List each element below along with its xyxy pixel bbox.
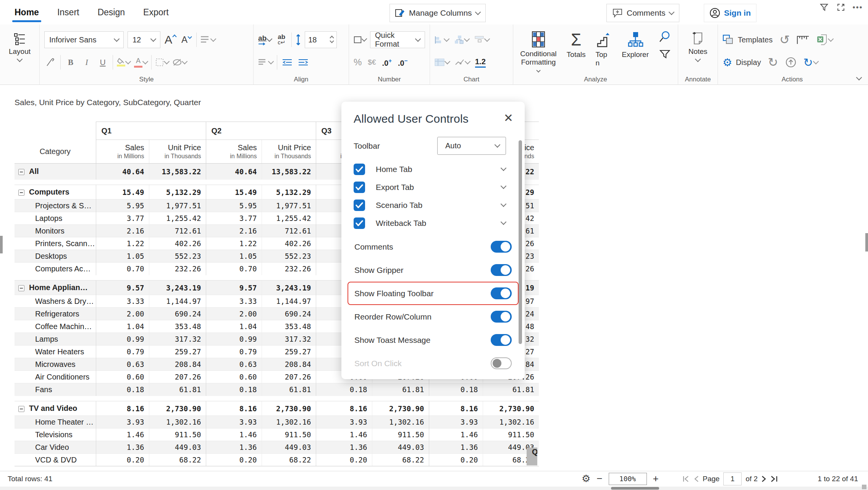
upload-icon[interactable] xyxy=(785,57,797,68)
currency-format-button[interactable]: $€ xyxy=(368,58,376,67)
cell-sales[interactable]: 2.16 xyxy=(96,225,149,237)
cell-unit-price[interactable]: 449.03 xyxy=(372,441,429,454)
left-edge-scroll-thumb[interactable] xyxy=(0,236,3,253)
cell-sales[interactable]: 2.00 xyxy=(206,308,262,320)
cell-unit-price[interactable]: 2,730.90 xyxy=(149,401,206,416)
cell-unit-price[interactable]: 232.26 xyxy=(262,263,316,275)
increase-decimal-button[interactable]: .0+ xyxy=(382,57,391,68)
toggle-switch[interactable] xyxy=(491,287,512,299)
cell-sales[interactable]: 3.93 xyxy=(206,416,262,428)
cell-unit-price[interactable]: 449.03 xyxy=(149,441,206,454)
cell-sales[interactable]: 1.36 xyxy=(96,441,149,454)
cell-unit-price[interactable]: 402.26 xyxy=(149,237,206,250)
top-n-button[interactable]: Top n xyxy=(595,29,612,67)
row-header-cell[interactable]: Projectors & S… xyxy=(15,200,96,212)
italic-button[interactable]: I xyxy=(81,55,93,70)
toggle-switch[interactable] xyxy=(491,264,512,276)
tab-export[interactable]: Export xyxy=(134,0,178,24)
cell-unit-price[interactable]: 402.26 xyxy=(262,237,316,250)
row-header-cell[interactable]: Televisions xyxy=(15,428,96,441)
cell-unit-price[interactable]: 1,302.16 xyxy=(262,416,316,428)
cell-sales[interactable]: 0.20 xyxy=(96,454,149,466)
cell-unit-price[interactable]: 911.50 xyxy=(262,428,316,441)
cell-sales[interactable]: 2.00 xyxy=(96,308,149,320)
cell-unit-price[interactable]: 208.84 xyxy=(262,358,316,371)
toggle-switch[interactable] xyxy=(491,311,512,323)
cell-sales[interactable]: 8.16 xyxy=(316,401,372,416)
next-page-button[interactable] xyxy=(761,475,767,483)
cell-unit-price[interactable]: 5,132.29 xyxy=(149,185,206,200)
row-header-cell[interactable]: Laptops xyxy=(15,212,96,225)
tab-home[interactable]: Home xyxy=(5,0,48,24)
align-dropdown[interactable] xyxy=(258,55,273,70)
row-header-cell[interactable]: Printers, Scann… xyxy=(15,237,96,250)
decrease-indent-button[interactable] xyxy=(281,55,293,70)
row-header-cell[interactable]: Car Video xyxy=(15,441,96,454)
close-icon[interactable]: ✕ xyxy=(504,112,513,124)
measure-header-q1-sales[interactable]: Salesin Millions xyxy=(96,140,149,164)
fill-color-dropdown[interactable] xyxy=(117,55,130,70)
cell-sales[interactable]: 8.16 xyxy=(96,401,149,416)
cell-unit-price[interactable]: 259.27 xyxy=(149,346,206,358)
row-header-cell[interactable]: Computers Ac… xyxy=(15,263,96,275)
percent-format-button[interactable]: % xyxy=(354,57,362,68)
row-header-cell[interactable]: Air Conditioners xyxy=(15,371,96,383)
cell-sales[interactable]: 1.46 xyxy=(96,428,149,441)
toggle-switch[interactable] xyxy=(491,357,512,369)
cell-sales[interactable]: 0.70 xyxy=(96,263,149,275)
cell-sales[interactable]: 1.04 xyxy=(96,320,149,333)
focus-mode-icon[interactable] xyxy=(835,2,847,13)
measure-header-q2-sales[interactable]: Salesin Millions xyxy=(206,140,262,164)
row-header-cell[interactable]: Home Applian… xyxy=(15,281,96,295)
cell-sales[interactable]: 2.16 xyxy=(206,225,262,237)
cell-sales[interactable]: 0.20 xyxy=(316,454,372,466)
row-header-cell[interactable]: Home Theater … xyxy=(15,416,96,428)
first-page-button[interactable] xyxy=(682,475,690,483)
cell-unit-price[interactable]: 712.61 xyxy=(149,225,206,237)
row-header-cell[interactable]: Fans xyxy=(15,383,96,396)
table-view-dropdown[interactable] xyxy=(435,55,449,70)
borders-dropdown[interactable] xyxy=(155,55,169,70)
cell-unit-price[interactable]: 61.81 xyxy=(262,383,316,396)
checkbox-checked-icon[interactable] xyxy=(354,182,365,193)
cell-unit-price[interactable]: 353.48 xyxy=(149,320,206,333)
toggle-switch[interactable] xyxy=(491,241,512,253)
cell-unit-price[interactable]: 911.50 xyxy=(372,428,429,441)
row-dimension-header[interactable]: Quarter xyxy=(527,448,537,466)
cell-unit-price[interactable]: 1,977.51 xyxy=(149,200,206,212)
increase-font-size-button[interactable]: A xyxy=(164,32,176,47)
tab-design[interactable]: Design xyxy=(88,0,134,24)
tab-insert[interactable]: Insert xyxy=(48,0,89,24)
cell-unit-price[interactable]: 68.22 xyxy=(262,454,316,466)
cell-sales[interactable]: 3.93 xyxy=(96,416,149,428)
cell-sales[interactable]: 1.05 xyxy=(96,250,149,263)
cell-unit-price[interactable]: 552.23 xyxy=(262,250,316,263)
sign-in-button[interactable]: Sign in xyxy=(704,4,756,22)
cell-unit-price[interactable]: 1,255.42 xyxy=(262,212,316,225)
row-header-cell[interactable]: Water Heaters xyxy=(15,346,96,358)
layout-preset-dropdown[interactable] xyxy=(474,32,489,47)
cell-sales[interactable]: 3.77 xyxy=(206,212,262,225)
cell-sales[interactable]: 0.60 xyxy=(206,371,262,383)
quarter-header-q2[interactable]: Q2 xyxy=(206,122,316,140)
cell-sales[interactable]: 0.18 xyxy=(206,383,262,396)
cell-sales[interactable]: 40.64 xyxy=(96,164,149,180)
cell-unit-price[interactable]: 1,302.16 xyxy=(372,416,429,428)
cell-sales[interactable]: 3.93 xyxy=(429,416,483,428)
cell-unit-price[interactable]: 232.26 xyxy=(149,263,206,275)
cell-unit-price[interactable]: 552.23 xyxy=(149,250,206,263)
row-header-cell[interactable]: Refrigerators xyxy=(15,308,96,320)
cell-sales[interactable]: 3.33 xyxy=(206,295,262,308)
filter-icon[interactable] xyxy=(818,2,830,13)
cell-unit-price[interactable]: 3,243.19 xyxy=(262,281,316,295)
display-button[interactable]: ⚙ Display xyxy=(723,55,761,70)
cell-sales[interactable]: 3.33 xyxy=(96,295,149,308)
cell-unit-price[interactable]: 317.32 xyxy=(262,333,316,346)
quick-format-dropdown[interactable]: Quick Format xyxy=(370,31,425,48)
cell-unit-price[interactable]: 1,977.51 xyxy=(262,200,316,212)
collapse-row-icon[interactable] xyxy=(18,190,24,196)
zoom-out-button[interactable]: − xyxy=(596,473,602,485)
cell-sales[interactable]: 0.18 xyxy=(96,383,149,396)
cell-sales[interactable]: 1.04 xyxy=(206,320,262,333)
cell-unit-price[interactable]: 61.81 xyxy=(149,383,206,396)
